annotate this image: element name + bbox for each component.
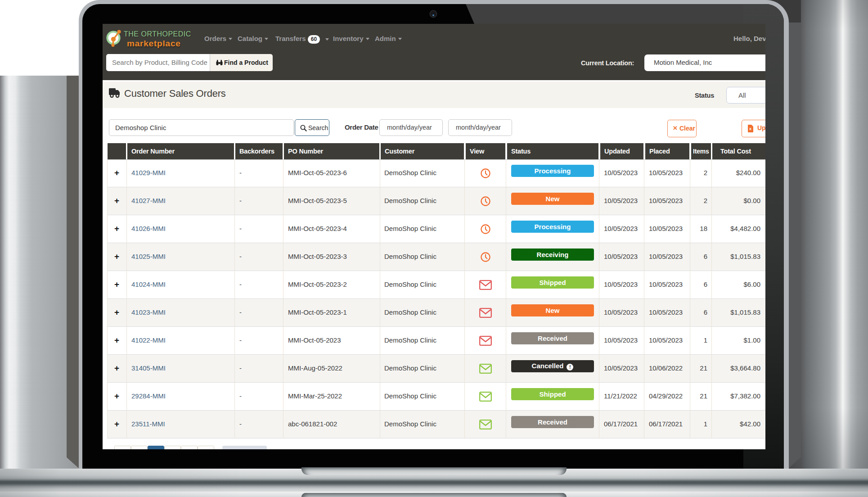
svg-text:x: x xyxy=(749,127,751,131)
